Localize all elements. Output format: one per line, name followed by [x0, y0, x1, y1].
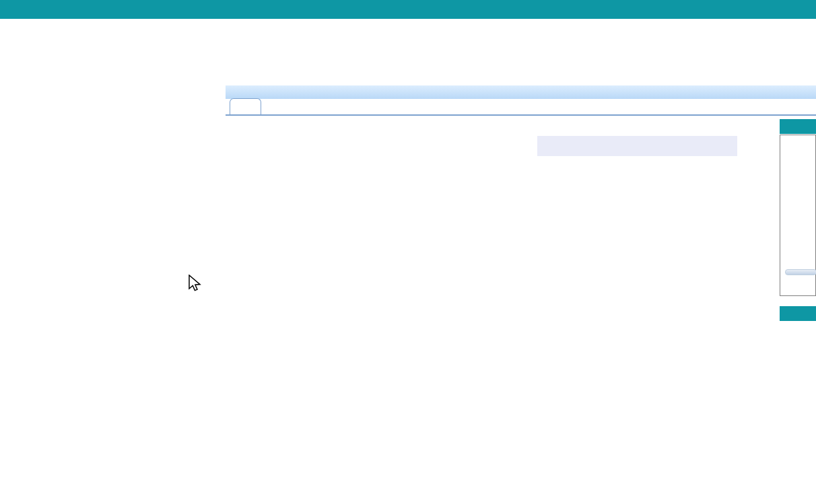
- panel-nombre-header: [780, 119, 816, 134]
- client-bloque-list: [780, 321, 816, 504]
- ribbon-tab-bar: [0, 0, 816, 19]
- app-root: [0, 0, 816, 504]
- window-tabstrip: [226, 99, 816, 116]
- window-titlebar[interactable]: [226, 85, 816, 99]
- panel-lignes-semaine: [527, 306, 772, 488]
- briefcase-icon: [229, 88, 239, 97]
- date-banner: [537, 136, 737, 156]
- panel-commandes-en-cours: [229, 122, 518, 306]
- window-tab[interactable]: [230, 98, 261, 114]
- ribbon-toolbar: [0, 19, 816, 79]
- panel-workflow-commande: [527, 163, 772, 301]
- panel-relance-arc: [229, 308, 518, 504]
- sidebar: [0, 84, 226, 504]
- dashboard-content: [226, 116, 816, 504]
- sidebar-header: [0, 84, 226, 108]
- nombre-bar: [785, 269, 816, 275]
- mdi-window: [226, 85, 816, 504]
- navigation-tree: [24, 112, 226, 504]
- panel-client-bloque-header: [780, 306, 816, 321]
- briefcase-icon: [238, 102, 248, 111]
- nombre-chart-area: [780, 135, 816, 296]
